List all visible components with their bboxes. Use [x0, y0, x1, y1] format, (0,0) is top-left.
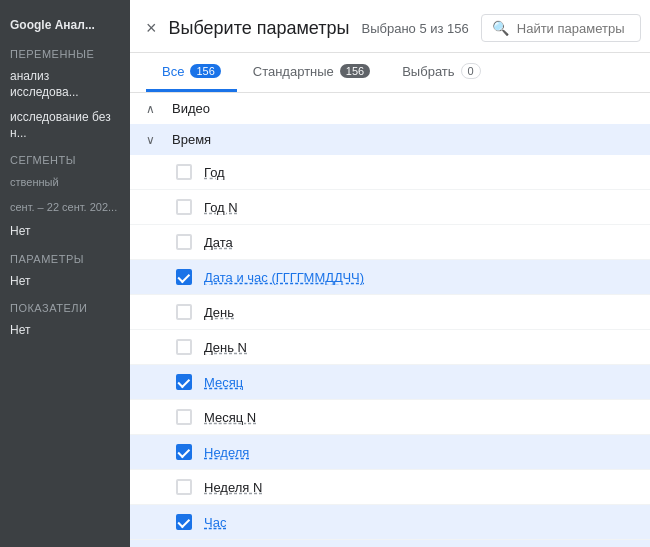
sidebar-section-metrics: ПОКАЗАТЕЛИ: [0, 294, 130, 318]
sidebar-logo: Google Анал...: [0, 10, 130, 40]
sidebar: Google Анал... ПЕРЕМЕННЫЕ анализ исследо…: [0, 0, 130, 547]
item-label-nedelya: Неделя: [204, 445, 249, 460]
tab-all-badge: 156: [190, 64, 220, 78]
list-item[interactable]: Дата: [130, 225, 650, 260]
checkbox-mesyacn[interactable]: [176, 409, 192, 425]
sidebar-item-params-none[interactable]: Нет: [0, 269, 130, 295]
checkbox-nedelyn[interactable]: [176, 479, 192, 495]
item-label-data: Дата: [204, 235, 233, 250]
main-panel: × Выберите параметры Выбрано 5 из 156 🔍 …: [130, 0, 650, 547]
group-time[interactable]: ∨ Время: [130, 124, 650, 155]
tab-select-label: Выбрать: [402, 64, 454, 79]
sidebar-item-segments-none[interactable]: Нет: [0, 219, 130, 245]
close-button[interactable]: ×: [146, 19, 157, 37]
list-item[interactable]: Месяц: [130, 365, 650, 400]
tab-standard-badge: 156: [340, 64, 370, 78]
sidebar-section-variables: ПЕРЕМЕННЫЕ: [0, 40, 130, 64]
checkbox-denn[interactable]: [176, 339, 192, 355]
item-label-den: День: [204, 305, 234, 320]
item-label-denn: День N: [204, 340, 247, 355]
sidebar-item-daterange: сент. – 22 сент. 202...: [0, 195, 130, 219]
checkbox-den[interactable]: [176, 304, 192, 320]
parameters-list: ∧ Видео ∨ Время Год Год N Дата Дата и ча…: [130, 93, 650, 547]
list-item[interactable]: День N: [130, 330, 650, 365]
tab-select[interactable]: Выбрать 0: [386, 53, 497, 92]
dialog-title: Выберите параметры: [169, 18, 350, 39]
item-label-datahour: Дата и час (ГГГГ​ММ​ДД​ЧЧ): [204, 270, 364, 285]
list-item[interactable]: Неделя N: [130, 470, 650, 505]
checkbox-godn[interactable]: [176, 199, 192, 215]
search-box: 🔍: [481, 14, 641, 42]
item-label-godn: Год N: [204, 200, 238, 215]
item-label-chas: Час: [204, 515, 226, 530]
sidebar-item-date: ственный: [0, 170, 130, 194]
tab-all-label: Все: [162, 64, 184, 79]
group-time-label: Время: [172, 132, 211, 147]
chevron-up-icon: ∧: [146, 102, 162, 116]
tab-standard[interactable]: Стандартные 156: [237, 54, 386, 92]
list-item[interactable]: Час: [130, 505, 650, 540]
list-item[interactable]: Дата и час (ГГГГ​ММ​ДД​ЧЧ): [130, 260, 650, 295]
checkbox-datahour[interactable]: [176, 269, 192, 285]
checkbox-chas[interactable]: [176, 514, 192, 530]
checkbox-nedelya[interactable]: [176, 444, 192, 460]
checkbox-data[interactable]: [176, 234, 192, 250]
tabs-bar: Все 156 Стандартные 156 Выбрать 0: [130, 53, 650, 93]
item-label-mesyacn: Месяц N: [204, 410, 256, 425]
list-item[interactable]: Год N: [130, 190, 650, 225]
search-icon: 🔍: [492, 20, 509, 36]
chevron-down-icon: ∨: [146, 133, 162, 147]
header: × Выберите параметры Выбрано 5 из 156 🔍: [130, 0, 650, 53]
group-video[interactable]: ∧ Видео: [130, 93, 650, 124]
item-label-god: Год: [204, 165, 225, 180]
search-input[interactable]: [517, 21, 637, 36]
sidebar-section-segments: СЕГМЕНТЫ: [0, 146, 130, 170]
selection-count: Выбрано 5 из 156: [361, 21, 468, 36]
list-item[interactable]: Год: [130, 155, 650, 190]
tab-select-badge: 0: [461, 63, 481, 79]
item-label-nedelyn: Неделя N: [204, 480, 262, 495]
checkbox-god[interactable]: [176, 164, 192, 180]
list-item[interactable]: День: [130, 295, 650, 330]
tab-standard-label: Стандартные: [253, 64, 334, 79]
sidebar-item-research2[interactable]: исследование без н...: [0, 105, 130, 146]
sidebar-item-metrics-none[interactable]: Нет: [0, 318, 130, 344]
checkbox-mesyac[interactable]: [176, 374, 192, 390]
list-item[interactable]: Час N: [130, 540, 650, 547]
item-label-mesyac: Месяц: [204, 375, 243, 390]
sidebar-item-research1[interactable]: анализ исследова...: [0, 64, 130, 105]
tab-all[interactable]: Все 156: [146, 54, 237, 92]
group-video-label: Видео: [172, 101, 210, 116]
sidebar-section-params: ПАРАМЕТРЫ: [0, 245, 130, 269]
list-item[interactable]: Месяц N: [130, 400, 650, 435]
list-item[interactable]: Неделя: [130, 435, 650, 470]
